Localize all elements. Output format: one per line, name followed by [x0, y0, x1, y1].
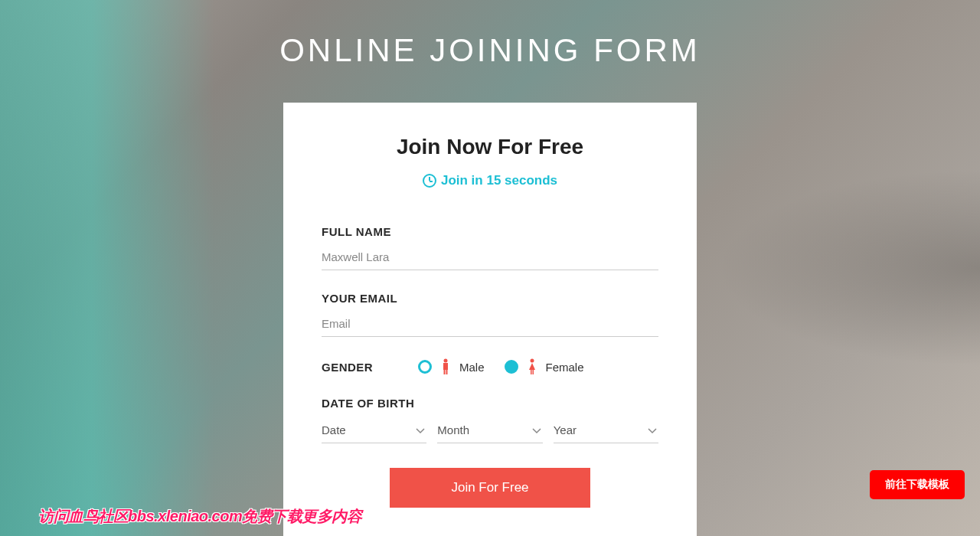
page-title: ONLINE JOINING FORM — [0, 0, 980, 69]
dob-group: DATE OF BIRTH Date Month — [322, 397, 658, 443]
download-template-button[interactable]: 前往下载模板 — [870, 470, 965, 499]
gender-group: GENDER Male Female — [322, 358, 658, 375]
gender-male-radio[interactable]: Male — [418, 358, 485, 375]
svg-rect-3 — [446, 369, 448, 374]
email-group: YOUR EMAIL — [322, 292, 658, 337]
svg-rect-5 — [531, 369, 532, 374]
submit-button[interactable]: Join For Free — [390, 468, 590, 508]
month-select[interactable]: Month — [437, 417, 542, 443]
year-select-wrap: Year — [554, 417, 658, 443]
male-label: Male — [459, 361, 485, 374]
form-fields: FULL NAME YOUR EMAIL GENDER Male — [322, 225, 658, 508]
card-subtitle-text: Join in 15 seconds — [441, 173, 557, 188]
male-icon — [439, 358, 452, 375]
card-title: Join Now For Free — [322, 135, 658, 159]
radio-icon — [418, 360, 432, 374]
date-select-wrap: Date — [322, 417, 426, 443]
svg-point-0 — [444, 359, 448, 363]
dob-label: DATE OF BIRTH — [322, 397, 658, 410]
female-icon — [525, 358, 539, 375]
svg-rect-6 — [532, 369, 534, 374]
fullname-group: FULL NAME — [322, 225, 658, 270]
fullname-label: FULL NAME — [322, 225, 658, 238]
radio-icon — [505, 360, 518, 374]
email-input[interactable] — [322, 312, 658, 337]
gender-female-radio[interactable]: Female — [505, 358, 584, 375]
svg-rect-2 — [444, 369, 446, 374]
clock-icon — [423, 174, 436, 188]
month-select-wrap: Month — [437, 417, 542, 443]
watermark-text: 访问血鸟社区bbs.xleniao.com免费下载更多内容 — [38, 506, 361, 527]
background-left-accent — [0, 0, 306, 536]
female-label: Female — [546, 361, 584, 374]
gender-label: GENDER — [322, 361, 398, 374]
fullname-input[interactable] — [322, 246, 658, 270]
svg-point-4 — [530, 359, 534, 363]
date-select[interactable]: Date — [322, 417, 426, 443]
email-label: YOUR EMAIL — [322, 292, 658, 305]
dob-selects-row: Date Month Year — [322, 417, 658, 443]
form-card: Join Now For Free Join in 15 seconds FUL… — [283, 103, 697, 536]
card-subtitle: Join in 15 seconds — [322, 173, 658, 188]
year-select[interactable]: Year — [554, 417, 658, 443]
svg-rect-1 — [443, 363, 448, 370]
background-right-accent — [674, 153, 980, 383]
